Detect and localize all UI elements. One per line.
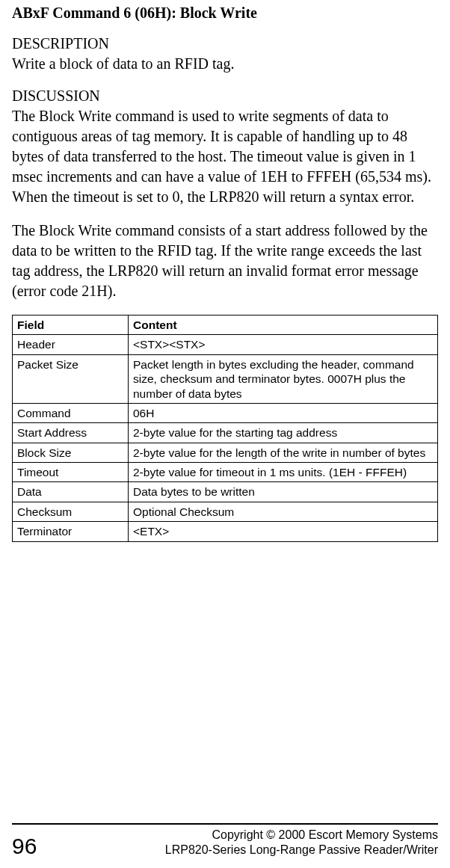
table-cell-field: Block Size xyxy=(13,443,129,462)
table-cell-content: 2-byte value for timeout in 1 ms units. … xyxy=(129,463,438,482)
table-cell-field: Packet Size xyxy=(13,354,129,403)
table-cell-field: Command xyxy=(13,403,129,422)
table-cell-field: Checksum xyxy=(13,502,129,521)
table-cell-content: Packet length in bytes excluding the hea… xyxy=(129,354,438,403)
description-heading: DESCRIPTION xyxy=(12,35,438,52)
command-fields-table: Field Content Header <STX><STX> Packet S… xyxy=(12,315,438,542)
table-cell-content: Data bytes to be written xyxy=(129,482,438,502)
table-row: Checksum Optional Checksum xyxy=(13,502,438,521)
footer-product: LRP820-Series Long-Range Passive Reader/… xyxy=(165,843,438,858)
table-cell-content: Optional Checksum xyxy=(129,502,438,521)
table-row: Header <STX><STX> xyxy=(13,335,438,354)
table-header-field: Field xyxy=(13,316,129,335)
discussion-para-2: The Block Write command consists of a st… xyxy=(12,221,438,301)
page-title: ABxF Command 6 (06H): Block Write xyxy=(12,4,438,22)
table-cell-field: Header xyxy=(13,335,129,354)
table-row: Timeout 2-byte value for timeout in 1 ms… xyxy=(13,463,438,482)
table-cell-content: <STX><STX> xyxy=(129,335,438,354)
table-row: Command 06H xyxy=(13,403,438,422)
description-text: Write a block of data to an RFID tag. xyxy=(12,54,438,74)
table-cell-content: 06H xyxy=(129,403,438,422)
table-header-row: Field Content xyxy=(13,316,438,335)
table-header-content: Content xyxy=(129,316,438,335)
table-cell-field: Data xyxy=(13,482,129,502)
footer-text: Copyright © 2000 Escort Memory Systems L… xyxy=(165,828,438,858)
table-cell-field: Start Address xyxy=(13,423,129,443)
table-row: Packet Size Packet length in bytes exclu… xyxy=(13,354,438,403)
document-page: ABxF Command 6 (06H): Block Write DESCRI… xyxy=(0,0,450,868)
table-row: Terminator <ETX> xyxy=(13,522,438,541)
discussion-para-1: The Block Write command is used to write… xyxy=(12,106,438,207)
table-cell-field: Terminator xyxy=(13,522,129,541)
discussion-heading: DISCUSSION xyxy=(12,87,438,105)
page-footer: 96 Copyright © 2000 Escort Memory System… xyxy=(12,823,438,868)
table-cell-content: <ETX> xyxy=(129,522,438,541)
table-row: Data Data bytes to be written xyxy=(13,482,438,502)
page-number: 96 xyxy=(12,835,37,858)
table-cell-field: Timeout xyxy=(13,463,129,482)
table-cell-content: 2-byte value for the starting tag addres… xyxy=(129,423,438,443)
footer-copyright: Copyright © 2000 Escort Memory Systems xyxy=(165,828,438,843)
table-row: Block Size 2-byte value for the length o… xyxy=(13,443,438,462)
table-cell-content: 2-byte value for the length of the write… xyxy=(129,443,438,462)
table-row: Start Address 2-byte value for the start… xyxy=(13,423,438,443)
